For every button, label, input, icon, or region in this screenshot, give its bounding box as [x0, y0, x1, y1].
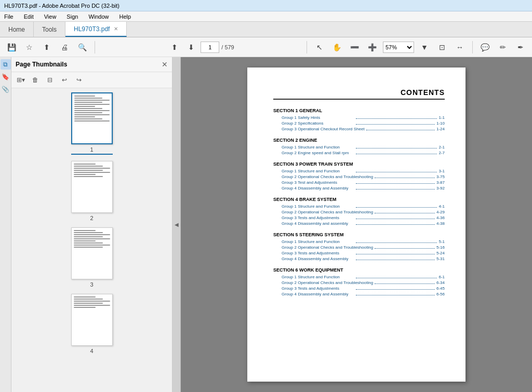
bookmarks-icon-button[interactable]: 🔖: [1, 72, 11, 82]
group-page: 6-34: [436, 280, 445, 285]
thumb-line: [74, 112, 102, 113]
thumb-line: [74, 307, 96, 308]
menu-view[interactable]: View: [42, 12, 59, 21]
page-number-input[interactable]: [201, 42, 219, 53]
fit-page-button[interactable]: ⊡: [435, 40, 449, 55]
toolbar-divider-3: [472, 41, 473, 53]
thumb-line: [74, 106, 96, 107]
menu-help[interactable]: Help: [117, 12, 134, 21]
cursor-tool-button[interactable]: ↖: [312, 40, 327, 55]
tab-home[interactable]: Home: [0, 22, 34, 37]
group-row: Group 4 Disassembly and assembly 4-38: [273, 221, 445, 226]
tab-document[interactable]: HL970T3.pdf ✕: [65, 22, 127, 37]
group-row: Group 1 Structure and Function 2-1: [273, 145, 445, 150]
group-page: 6-56: [436, 292, 445, 296]
thumbnail-page-2[interactable]: 2: [16, 161, 168, 221]
group-dots: [356, 124, 435, 125]
zoom-in-button[interactable]: ➕: [365, 40, 380, 55]
group-dots: [356, 189, 435, 190]
thumb-line: [74, 242, 103, 244]
group-label: Group 2 Operational Checks and Troublesh…: [282, 210, 373, 214]
group-page: 3-87: [436, 180, 445, 185]
thumbnails-close-button[interactable]: ✕: [162, 60, 168, 69]
group-row: Group 2 Operational Checks and Troublesh…: [273, 174, 445, 179]
thumb-line: [74, 234, 110, 235]
fit-width-button[interactable]: ↔: [453, 40, 467, 55]
group-label: Group 2 Engine speed and Stall rpm: [282, 151, 354, 155]
group-row: Group 3 Tests and Adjustments 5-24: [273, 251, 445, 255]
thumbnails-icon-button[interactable]: ⧉: [1, 59, 11, 70]
toolbar-divider-2: [307, 41, 307, 53]
group-label: Group 3 Operational Checkout Record Shee…: [282, 127, 365, 131]
group-dots: [356, 154, 437, 154]
group-page: 1-24: [436, 127, 445, 131]
menu-window[interactable]: Window: [86, 12, 111, 21]
redo-button[interactable]: ↪: [73, 74, 85, 86]
tab-tools-label: Tools: [42, 26, 57, 33]
page-total: / 579: [221, 44, 234, 50]
thumbnails-header: Page Thumbnails ✕: [11, 57, 172, 72]
thumbnail-page-3[interactable]: 3: [16, 227, 168, 288]
contents-title: CONTENTS: [273, 88, 445, 97]
group-page: 4-29: [436, 210, 445, 214]
print-button[interactable]: 🖨: [57, 40, 72, 55]
menu-file[interactable]: File: [2, 12, 16, 21]
thumbnails-scroll[interactable]: 1 2: [11, 88, 172, 392]
sidebar-icons: ⧉ 🔖 📎: [0, 57, 11, 392]
zoom-out-button[interactable]: ➖: [348, 40, 362, 55]
prev-page-button[interactable]: ⬆: [167, 40, 182, 55]
menu-sign[interactable]: Sign: [64, 12, 80, 21]
comment-button[interactable]: 💬: [478, 40, 493, 55]
main-layout: ⧉ 🔖 📎 Page Thumbnails ✕ ⊞▾ 🗑 ⊟ ↩ ↪: [0, 57, 532, 392]
collapse-panel-button[interactable]: ◀: [172, 57, 181, 392]
group-label: Group 3 Tests and Adjustments: [282, 251, 354, 255]
group-dots: [356, 224, 435, 225]
tab-close-icon[interactable]: ✕: [114, 26, 118, 32]
hand-tool-button[interactable]: ✋: [330, 40, 344, 55]
highlight-button[interactable]: ✏: [496, 40, 510, 55]
group-label: Group 3 Test and Adjustments: [282, 180, 354, 185]
group-dots: [356, 260, 435, 260]
group-page: 3-92: [436, 186, 445, 191]
insert-page-button[interactable]: ⊟: [44, 74, 56, 86]
section-2-title: SECTION 2 ENGINE: [273, 138, 445, 143]
thumbnail-page-1[interactable]: 1: [16, 92, 168, 155]
thumb-line: [74, 120, 110, 121]
tab-tools[interactable]: Tools: [34, 22, 65, 37]
save-button[interactable]: 💾: [4, 40, 19, 55]
group-row: Group 1 Structure and Function 3-1: [273, 169, 445, 173]
thumbnail-img-2: [71, 161, 113, 213]
group-row: Group 3 Tests and Adjustments 6-45: [273, 286, 445, 291]
bookmark-button[interactable]: ☆: [22, 40, 36, 55]
group-label: Group 4 Disassembly and Assembly: [282, 186, 354, 191]
group-row: Group 2 Operational Checks and Troublesh…: [273, 210, 445, 214]
contents-underline: [273, 99, 445, 100]
group-row: Group 1 Safety Hints 1-1: [273, 115, 445, 120]
delete-page-button[interactable]: 🗑: [29, 74, 42, 86]
toolbar-divider-1: [95, 41, 95, 53]
section-6-title: SECTION 6 WORK EQUIPMENT: [273, 267, 445, 273]
next-page-button[interactable]: ⬇: [184, 40, 198, 55]
zoom-dropdown-button[interactable]: ▼: [417, 40, 432, 55]
thumb-line: [74, 108, 102, 109]
thumbnail-view-button[interactable]: ⊞▾: [15, 74, 27, 86]
attachments-icon-button[interactable]: 📎: [1, 84, 11, 94]
group-dots: [375, 248, 435, 249]
group-page: 5-1: [438, 239, 445, 244]
zoom-select[interactable]: 57% 50% 75% 100% 125% 150%: [383, 42, 414, 53]
group-row: Group 2 Operational Checks and Troublesh…: [273, 280, 445, 285]
thumb-line: [74, 100, 110, 101]
menu-edit[interactable]: Edit: [22, 12, 36, 21]
group-label: Group 4 Disassembly and Assembly: [282, 292, 354, 296]
thumbnail-page-4[interactable]: 4: [16, 294, 168, 354]
tab-document-label: HL970T3.pdf: [74, 25, 110, 33]
group-page: 2-7: [438, 151, 445, 155]
thumb-line: [74, 168, 110, 169]
upload-button[interactable]: ⬆: [39, 40, 54, 55]
group-row: Group 2 Specifications 1-10: [273, 121, 445, 126]
group-row: Group 2 Engine speed and Stall rpm 2-7: [273, 151, 445, 155]
search-button[interactable]: 🔍: [75, 40, 89, 55]
group-page: 4-1: [438, 204, 445, 209]
undo-button[interactable]: ↩: [58, 74, 71, 86]
markup-button[interactable]: ✒: [513, 40, 528, 55]
